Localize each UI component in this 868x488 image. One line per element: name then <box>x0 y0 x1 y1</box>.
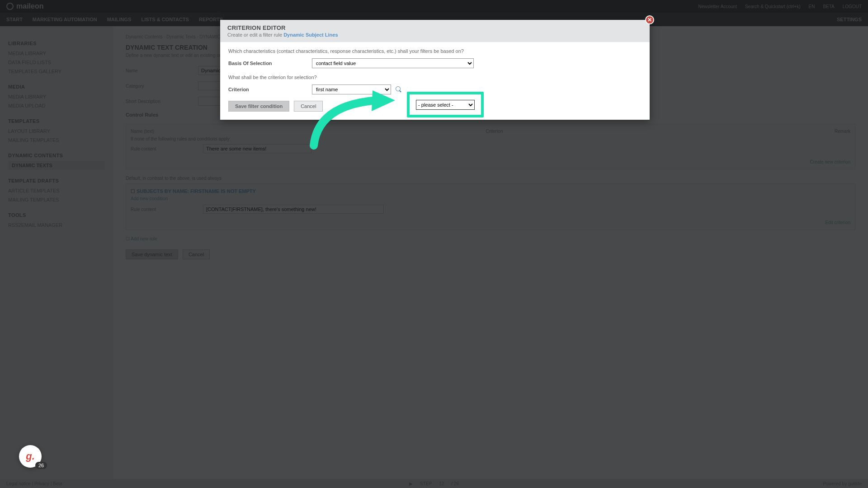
cancel-filter-button[interactable]: Cancel <box>294 101 323 112</box>
basis-of-selection-select[interactable]: contact field value <box>312 58 474 68</box>
modal-close-button[interactable]: ✕ <box>645 15 654 24</box>
guidde-badge-count: 26 <box>35 462 47 469</box>
criterion-label: Criterion <box>228 87 312 92</box>
operator-select[interactable]: - please select - <box>416 100 475 110</box>
modal-title: CRITERION EDITOR <box>227 24 642 31</box>
criterion-select[interactable]: first name <box>312 84 391 94</box>
modal-subtitle-prefix: Create or edit a filter rule <box>227 32 283 38</box>
modal-header: CRITERION EDITOR Create or edit a filter… <box>220 20 650 42</box>
modal-subtitle-link[interactable]: Dynamic Subject Lines <box>283 32 338 38</box>
search-icon[interactable] <box>396 86 402 93</box>
modal-question-1: Which characteristics (contact character… <box>228 48 642 54</box>
basis-of-selection-label: Basis Of Selection <box>228 61 312 66</box>
guidde-badge-letter: g. <box>26 450 35 462</box>
operator-highlight: - please select - <box>407 92 484 117</box>
save-filter-condition-button[interactable]: Save filter condition <box>228 101 289 112</box>
close-icon: ✕ <box>647 17 652 23</box>
modal-question-2: What shall be the criterion for selectio… <box>228 75 642 80</box>
